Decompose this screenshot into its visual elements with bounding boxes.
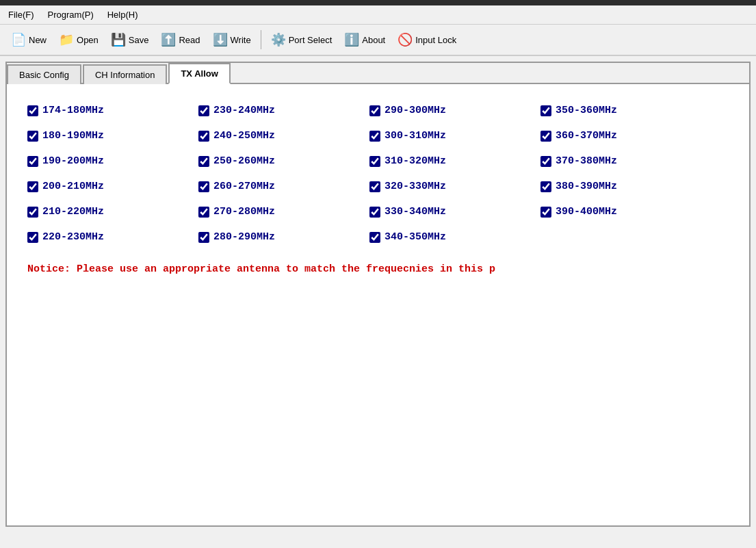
frequency-label: 270-280MHz [213, 206, 275, 218]
list-item: 260-270MHz [198, 181, 363, 192]
list-item: 270-280MHz [198, 206, 363, 218]
list-item: 240-250MHz [198, 130, 363, 142]
list-item: 370-380MHz [540, 155, 705, 167]
list-item: 220-230MHz [27, 231, 192, 243]
frequency-checkbox-190-200mhz[interactable] [27, 156, 38, 167]
open-label: Open [77, 35, 99, 45]
frequency-checkbox-330-340mhz[interactable] [369, 207, 380, 218]
new-button[interactable]: 📄 New [5, 29, 52, 50]
port-select-icon: ⚙️ [271, 32, 286, 47]
ch-information-tab[interactable]: CH Information [83, 64, 167, 84]
list-item: 180-190MHz [27, 130, 192, 142]
write-label: Write [231, 35, 251, 45]
about-label: About [362, 35, 385, 45]
file-menu[interactable]: File(F) [3, 8, 40, 21]
frequency-checkbox-290-300mhz[interactable] [369, 105, 380, 116]
port-select-button[interactable]: ⚙️ Port Select [265, 29, 338, 50]
frequency-checkbox-230-240mhz[interactable] [198, 105, 209, 116]
tab-content-area: 174-180MHz230-240MHz290-300MHz350-360MHz… [7, 84, 749, 522]
frequency-checkbox-380-390mhz[interactable] [540, 181, 551, 192]
frequency-checkbox-grid: 174-180MHz230-240MHz290-300MHz350-360MHz… [27, 105, 729, 243]
frequency-label: 280-290MHz [213, 231, 275, 243]
list-item: 350-360MHz [540, 105, 705, 116]
tab-container: Basic Config CH Information TX Allow 174… [5, 62, 751, 527]
frequency-checkbox-210-220mhz[interactable] [27, 207, 38, 218]
frequency-label: 230-240MHz [213, 105, 275, 116]
frequency-checkbox-340-350mhz[interactable] [369, 232, 380, 243]
list-item: 360-370MHz [540, 130, 705, 142]
frequency-label: 330-340MHz [384, 206, 446, 218]
list-item: 190-200MHz [27, 155, 192, 167]
help-menu[interactable]: Help(H) [102, 8, 144, 21]
input-lock-icon: 🚫 [397, 32, 413, 47]
list-item: 230-240MHz [198, 105, 363, 116]
read-button[interactable]: ⬆️ Read [155, 29, 205, 50]
frequency-checkbox-360-370mhz[interactable] [540, 131, 551, 142]
list-item: 300-310MHz [369, 130, 534, 142]
frequency-checkbox-280-290mhz[interactable] [198, 232, 209, 243]
menu-bar: File(F) Program(P) Help(H) [0, 5, 756, 25]
frequency-checkbox-350-360mhz[interactable] [540, 105, 551, 116]
frequency-label: 300-310MHz [384, 130, 446, 142]
program-menu[interactable]: Program(P) [42, 8, 99, 21]
frequency-label: 260-270MHz [213, 181, 275, 192]
frequency-checkbox-240-250mhz[interactable] [198, 131, 209, 142]
list-item: 174-180MHz [27, 105, 192, 116]
list-item: 200-210MHz [27, 181, 192, 192]
read-label: Read [179, 35, 200, 45]
save-icon: 💾 [111, 32, 126, 47]
frequency-label: 240-250MHz [213, 130, 275, 142]
frequency-label: 290-300MHz [384, 105, 446, 116]
frequency-checkbox-174-180mhz[interactable] [27, 105, 38, 116]
frequency-label: 350-360MHz [556, 105, 617, 116]
port-select-label: Port Select [289, 35, 333, 45]
list-item: 290-300MHz [369, 105, 534, 116]
write-button[interactable]: ⬇️ Write [207, 29, 257, 50]
frequency-checkbox-300-310mhz[interactable] [369, 131, 380, 142]
list-item: 380-390MHz [540, 181, 705, 192]
tx-allow-tab[interactable]: TX Allow [168, 63, 230, 84]
frequency-label: 190-200MHz [42, 155, 104, 167]
frequency-label: 250-260MHz [213, 155, 275, 167]
open-button[interactable]: 📁 Open [53, 29, 104, 50]
read-icon: ⬆️ [161, 32, 176, 47]
save-label: Save [129, 35, 149, 45]
toolbar: 📄 New 📁 Open 💾 Save ⬆️ Read ⬇️ Write ⚙️ … [0, 25, 756, 56]
write-icon: ⬇️ [213, 32, 228, 47]
list-item: 390-400MHz [540, 206, 705, 218]
list-item: 310-320MHz [369, 155, 534, 167]
list-item: 210-220MHz [27, 206, 192, 218]
frequency-label: 380-390MHz [556, 181, 617, 192]
frequency-checkbox-180-190mhz[interactable] [27, 131, 38, 142]
main-content: Basic Config CH Information TX Allow 174… [0, 56, 756, 532]
frequency-label: 210-220MHz [42, 206, 104, 218]
list-item: 340-350MHz [369, 231, 534, 243]
frequency-label: 174-180MHz [42, 105, 104, 116]
frequency-label: 220-230MHz [42, 231, 104, 243]
save-button[interactable]: 💾 Save [105, 29, 155, 50]
basic-config-tab[interactable]: Basic Config [7, 64, 81, 84]
frequency-checkbox-260-270mhz[interactable] [198, 181, 209, 192]
about-button[interactable]: ℹ️ About [339, 29, 391, 50]
notice-text: Notice: Please use an appropriate antenn… [27, 263, 729, 275]
input-lock-button[interactable]: 🚫 Input Lock [392, 29, 462, 50]
frequency-label: 390-400MHz [556, 206, 617, 218]
frequency-checkbox-200-210mhz[interactable] [27, 181, 38, 192]
toolbar-separator-1 [261, 30, 261, 49]
frequency-checkbox-310-320mhz[interactable] [369, 156, 380, 167]
list-item: 280-290MHz [198, 231, 363, 243]
new-label: New [29, 35, 47, 45]
frequency-label: 180-190MHz [42, 130, 104, 142]
frequency-checkbox-390-400mhz[interactable] [540, 207, 551, 218]
frequency-label: 370-380MHz [556, 155, 617, 167]
frequency-checkbox-270-280mhz[interactable] [198, 207, 209, 218]
frequency-checkbox-250-260mhz[interactable] [198, 156, 209, 167]
frequency-checkbox-220-230mhz[interactable] [27, 232, 38, 243]
frequency-label: 320-330MHz [384, 181, 446, 192]
frequency-checkbox-320-330mhz[interactable] [369, 181, 380, 192]
frequency-label: 360-370MHz [556, 130, 617, 142]
open-icon: 📁 [59, 32, 74, 47]
new-icon: 📄 [11, 32, 26, 47]
tab-bar: Basic Config CH Information TX Allow [7, 63, 749, 84]
frequency-checkbox-370-380mhz[interactable] [540, 156, 551, 167]
